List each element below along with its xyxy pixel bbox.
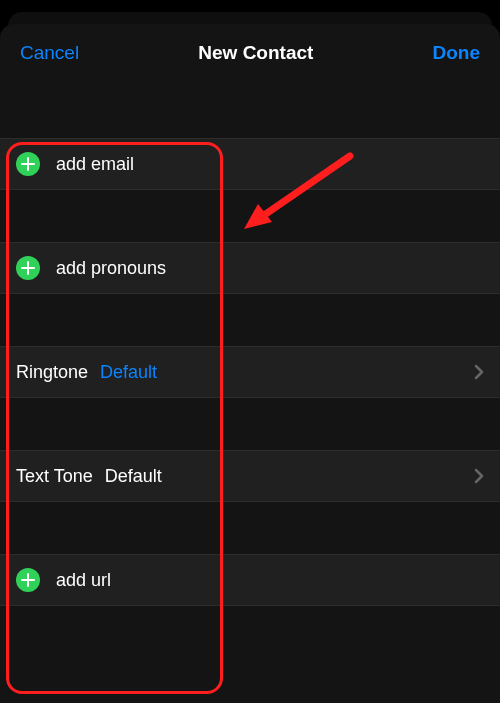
chevron-right-icon xyxy=(474,468,484,484)
add-url-label: add url xyxy=(56,570,111,591)
section-gap xyxy=(0,294,500,346)
plus-icon xyxy=(16,568,40,592)
section-gap xyxy=(0,190,500,242)
header: Cancel New Contact Done xyxy=(0,24,500,84)
add-email-label: add email xyxy=(56,154,134,175)
section-gap xyxy=(0,398,500,450)
text-tone-value: Default xyxy=(105,466,162,487)
section-gap xyxy=(0,502,500,554)
form-content: add email add pronouns Ringtone Default … xyxy=(0,84,500,606)
plus-icon xyxy=(16,256,40,280)
text-tone-label: Text Tone xyxy=(16,466,93,487)
new-contact-sheet: Cancel New Contact Done add email add pr… xyxy=(0,24,500,703)
ringtone-label: Ringtone xyxy=(16,362,88,383)
add-pronouns-label: add pronouns xyxy=(56,258,166,279)
text-tone-row[interactable]: Text Tone Default xyxy=(0,450,500,502)
add-email-row[interactable]: add email xyxy=(0,138,500,190)
ringtone-row[interactable]: Ringtone Default xyxy=(0,346,500,398)
cancel-button[interactable]: Cancel xyxy=(20,42,79,64)
page-title: New Contact xyxy=(198,42,313,64)
add-url-row[interactable]: add url xyxy=(0,554,500,606)
ringtone-value: Default xyxy=(100,362,157,383)
add-pronouns-row[interactable]: add pronouns xyxy=(0,242,500,294)
chevron-right-icon xyxy=(474,364,484,380)
done-button[interactable]: Done xyxy=(432,42,480,64)
plus-icon xyxy=(16,152,40,176)
